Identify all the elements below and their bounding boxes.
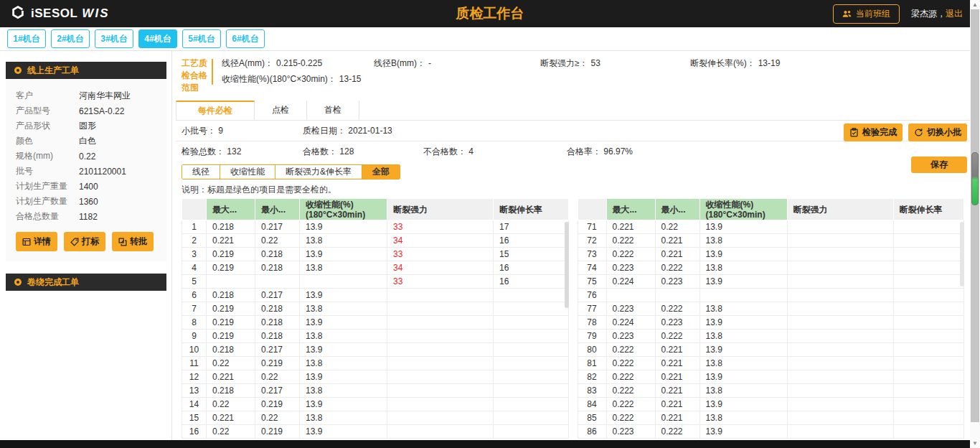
cell-break-force: 34 [387,261,494,275]
row-index: 86 [578,425,606,439]
filter-segment-3[interactable]: 断裂强力&伸长率 [275,165,362,179]
spec-item-3: 断裂强力≥：53 [540,57,690,73]
inspection-complete-button[interactable]: 检验完成 [844,123,903,141]
table-row: 10.2180.21713.93317 [182,220,569,234]
machine-tab-1[interactable]: 1#机台 [7,29,46,48]
filter-row: 线径收缩性能断裂强力&伸长率全部 [182,164,970,179]
cell-elongation [494,425,569,439]
cell-break-force [387,302,494,316]
order-field-label: 产品形状 [16,120,79,132]
cell-break-force [387,330,494,343]
winding-order-header[interactable]: 卷绕完成工单 [6,274,166,291]
machine-tab-4[interactable]: 4#机台 [138,29,177,48]
online-order-panel: 客户河南华丰网业产品型号621SA-0.22产品形状圆形颜色白色规格(mm)0.… [6,79,166,261]
column-header: 断裂伸长率 [893,199,964,220]
cell-break-force: 33 [387,248,494,261]
cell-min-diameter: 0.218 [255,302,300,316]
cell-break-force [787,343,893,357]
logout-link[interactable]: 退出 [946,9,963,19]
cell-break-force [787,398,893,411]
cell-elongation [893,398,964,411]
spec-grid: 线径A(mm)：0.215-0.225线径B(mm)：-断裂强力≥：53断裂伸长… [222,57,780,101]
table-scrollbar-thumb[interactable] [960,222,964,286]
switch-batch-button[interactable]: 切换小批 [908,123,967,141]
cell-shrinkage: 13.9 [699,275,787,289]
main-content: 工艺质检合格范围 线径A(mm)：0.215-0.225线径B(mm)：-断裂强… [176,52,970,440]
cell-min-diameter: 0.218 [255,330,300,343]
inspection-tab-3[interactable]: 首检 [307,101,359,120]
cell-min-diameter: 0.221 [655,234,699,248]
cell-elongation [893,316,964,330]
spec-item-1: 线径A(mm)：0.215-0.225 [222,57,374,73]
scroll-position-indicator[interactable] [971,152,979,205]
cell-break-force: 33 [387,220,494,234]
row-index: 6 [182,289,207,302]
cell-min-diameter: 0.222 [655,425,699,439]
cell-elongation [494,384,569,398]
cell-elongation: 16 [494,275,569,289]
cell-max-diameter: 0.219 [207,248,255,261]
switch-batch-icon [914,128,923,137]
cell-shrinkage: 13.8 [300,234,387,248]
cell-break-force [387,398,494,411]
page-scrollbar[interactable]: ▲ ▼ [970,0,980,448]
order-field-label: 计划生产重量 [16,180,79,192]
cell-max-diameter: 0.222 [606,343,655,357]
cell-min-diameter: 0.223 [655,275,699,289]
stat-item-3: 不合格数： 4 [423,146,567,158]
cell-break-force [387,384,494,398]
detail-icon [22,238,31,246]
cell-shrinkage: 13.9 [300,425,387,439]
filter-segment-4[interactable]: 全部 [362,165,400,179]
tag-icon [70,238,79,246]
cell-shrinkage [699,289,787,302]
cell-min-diameter: 0.22 [255,234,300,248]
machine-tab-3[interactable]: 3#机台 [95,29,133,48]
scroll-down-icon[interactable]: ▼ [970,439,980,448]
row-index: 74 [578,261,606,275]
inspection-tab-1[interactable]: 每件必检 [176,101,255,120]
row-index: 13 [182,384,207,398]
stat-label: 不合格数： [423,146,468,157]
filter-segment-1[interactable]: 线径 [182,165,220,179]
cell-max-diameter: 0.221 [207,370,255,384]
detail-button[interactable]: 详情 [16,232,57,251]
cell-elongation [494,289,569,302]
cell-break-force [787,289,893,302]
cell-min-diameter: 0.221 [655,248,699,261]
inspection-tab-2[interactable]: 点检 [255,101,307,120]
spec-panel: 工艺质检合格范围 线径A(mm)：0.215-0.225线径B(mm)：-断裂强… [176,52,970,101]
current-team-button[interactable]: 当前班组 [833,4,900,24]
table-scrollbar-thumb[interactable] [565,222,569,308]
order-field-label: 计划生产数量 [16,195,79,207]
row-index: 4 [182,261,207,275]
cell-break-force [787,411,893,425]
order-field: 颜色白色 [16,134,159,149]
page-scrollbar-thumb[interactable] [971,9,979,422]
transfer-batch-button[interactable]: 转批 [112,232,154,251]
cell-break-force [787,261,893,275]
row-index: 5 [182,275,207,289]
cell-max-diameter: 0.219 [207,302,255,316]
machine-tab-2[interactable]: 2#机台 [51,29,90,48]
filter-segment-2[interactable]: 收缩性能 [220,165,275,179]
cell-min-diameter: 0.221 [655,370,699,384]
cell-shrinkage: 13.9 [300,398,387,411]
table-row: 810.2220.22113.8 [578,357,964,370]
order-field-value: 圆形 [79,120,96,132]
spec-item-value: 0.215-0.225 [276,58,322,68]
machine-tab-6[interactable]: 6#机台 [226,29,265,48]
inspection-date: 质检日期： 2021-01-13 [303,125,392,137]
save-button[interactable]: 保存 [911,157,967,173]
machine-tab-5[interactable]: 5#机台 [182,29,221,48]
mark-button[interactable]: 打标 [64,232,105,251]
cell-max-diameter: 0.22 [207,425,255,439]
table-row: 80.2190.21813.9 [182,316,569,330]
cell-min-diameter: 0.221 [655,398,699,411]
scroll-up-icon[interactable]: ▲ [970,0,980,9]
table-row: 130.2180.21713.8 [182,384,569,398]
cell-shrinkage: 13.8 [699,234,787,248]
table-header: 最大...最小...收缩性能(%)(180°C×30min)断裂强力断裂伸长率 [182,199,569,220]
cell-elongation [893,289,964,302]
cell-max-diameter: 0.219 [207,261,255,275]
